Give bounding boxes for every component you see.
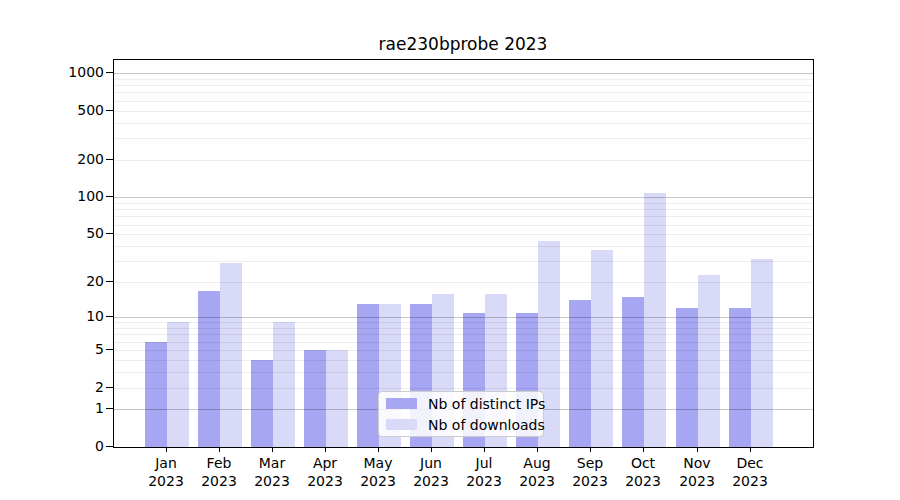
gridline-7	[114, 334, 813, 335]
y-tick-2	[106, 387, 113, 388]
bar-downloads-feb	[220, 263, 242, 447]
y-tick-10	[106, 316, 113, 317]
y-tick-label-1000: 1000	[0, 63, 104, 81]
x-tick-month: Dec	[720, 454, 780, 472]
x-tick-year: 2023	[560, 472, 620, 490]
y-tick-0	[106, 446, 113, 447]
x-tick-feb	[219, 447, 220, 452]
chart-title: rae230bprobe 2023	[113, 34, 813, 54]
gridline-9	[114, 322, 813, 323]
gridline-700	[114, 92, 813, 93]
gridline-400	[114, 123, 813, 124]
x-tick-year: 2023	[720, 472, 780, 490]
gridline-50	[114, 234, 813, 235]
x-tick-may	[378, 447, 379, 452]
legend-swatch-distinct-ips	[386, 398, 417, 409]
x-tick-jul	[484, 447, 485, 452]
x-tick-month: Feb	[189, 454, 249, 472]
gridline-5	[114, 350, 813, 351]
legend-entry-downloads: Nb of downloads	[386, 416, 543, 434]
y-tick-label-5: 5	[0, 340, 104, 358]
gridline-900	[114, 79, 813, 80]
x-tick-year: 2023	[295, 472, 355, 490]
x-tick-sep	[590, 447, 591, 452]
x-tick-label-may: May2023	[348, 454, 408, 490]
gridline-500	[114, 111, 813, 112]
legend-label-distinct-ips: Nb of distinct IPs	[428, 396, 545, 412]
x-tick-month: Oct	[613, 454, 673, 472]
gridline-200	[114, 160, 813, 161]
gridline-1000	[114, 73, 813, 74]
bar-distinct-ips-may	[357, 304, 379, 447]
x-tick-label-jul: Jul2023	[454, 454, 514, 490]
x-tick-label-apr: Apr2023	[295, 454, 355, 490]
gridline-6	[114, 342, 813, 343]
x-tick-label-jan: Jan2023	[136, 454, 196, 490]
y-tick-500	[106, 110, 113, 111]
gridline-70	[114, 216, 813, 217]
figure: rae230bprobe 2023 0125102050100200500100…	[0, 0, 900, 500]
gridline-80	[114, 209, 813, 210]
y-tick-20	[106, 281, 113, 282]
bar-distinct-ips-dec	[729, 308, 751, 447]
x-tick-month: Jan	[136, 454, 196, 472]
x-tick-year: 2023	[401, 472, 461, 490]
x-tick-label-sep: Sep2023	[560, 454, 620, 490]
y-tick-label-20: 20	[0, 272, 104, 290]
x-tick-label-feb: Feb2023	[189, 454, 249, 490]
x-tick-mar	[272, 447, 273, 452]
x-tick-label-nov: Nov2023	[667, 454, 727, 490]
plot-area	[113, 59, 814, 448]
gridline-3	[114, 372, 813, 373]
y-tick-label-0: 0	[0, 437, 104, 455]
x-tick-jan	[166, 447, 167, 452]
legend-label-downloads: Nb of downloads	[428, 417, 545, 433]
bar-distinct-ips-nov	[676, 308, 698, 447]
gridline-800	[114, 85, 813, 86]
gridline-600	[114, 101, 813, 102]
y-tick-100	[106, 196, 113, 197]
bar-downloads-sep	[591, 250, 613, 447]
gridline-100	[114, 197, 813, 198]
x-tick-month: May	[348, 454, 408, 472]
y-tick-label-50: 50	[0, 224, 104, 242]
x-tick-nov	[697, 447, 698, 452]
bar-downloads-dec	[751, 259, 773, 447]
x-tick-year: 2023	[189, 472, 249, 490]
gridline-4	[114, 360, 813, 361]
x-tick-month: Jun	[401, 454, 461, 472]
gridline-8	[114, 328, 813, 329]
y-tick-200	[106, 159, 113, 160]
x-tick-month: Aug	[507, 454, 567, 472]
x-tick-month: Mar	[242, 454, 302, 472]
gridline-10	[114, 317, 813, 318]
x-tick-year: 2023	[348, 472, 408, 490]
x-tick-dec	[750, 447, 751, 452]
x-tick-year: 2023	[242, 472, 302, 490]
y-tick-1000	[106, 72, 113, 73]
legend-entry-distinct-ips: Nb of distinct IPs	[386, 395, 543, 413]
x-tick-month: Apr	[295, 454, 355, 472]
x-tick-label-aug: Aug2023	[507, 454, 567, 490]
bar-distinct-ips-jan	[145, 342, 167, 447]
x-tick-year: 2023	[613, 472, 673, 490]
x-tick-month: Sep	[560, 454, 620, 472]
gridline-30	[114, 261, 813, 262]
x-tick-label-oct: Oct2023	[613, 454, 673, 490]
legend-swatch-downloads	[386, 419, 417, 430]
y-tick-50	[106, 233, 113, 234]
x-tick-year: 2023	[454, 472, 514, 490]
bar-downloads-apr	[326, 350, 348, 447]
x-tick-jun	[431, 447, 432, 452]
x-tick-aug	[537, 447, 538, 452]
x-tick-month: Jul	[454, 454, 514, 472]
x-tick-year: 2023	[667, 472, 727, 490]
y-tick-label-2: 2	[0, 378, 104, 396]
gridline-40	[114, 246, 813, 247]
bar-distinct-ips-feb	[198, 291, 220, 447]
y-tick-1	[106, 408, 113, 409]
y-tick-5	[106, 349, 113, 350]
bar-downloads-nov	[698, 275, 720, 447]
x-tick-oct	[643, 447, 644, 452]
y-tick-label-100: 100	[0, 187, 104, 205]
